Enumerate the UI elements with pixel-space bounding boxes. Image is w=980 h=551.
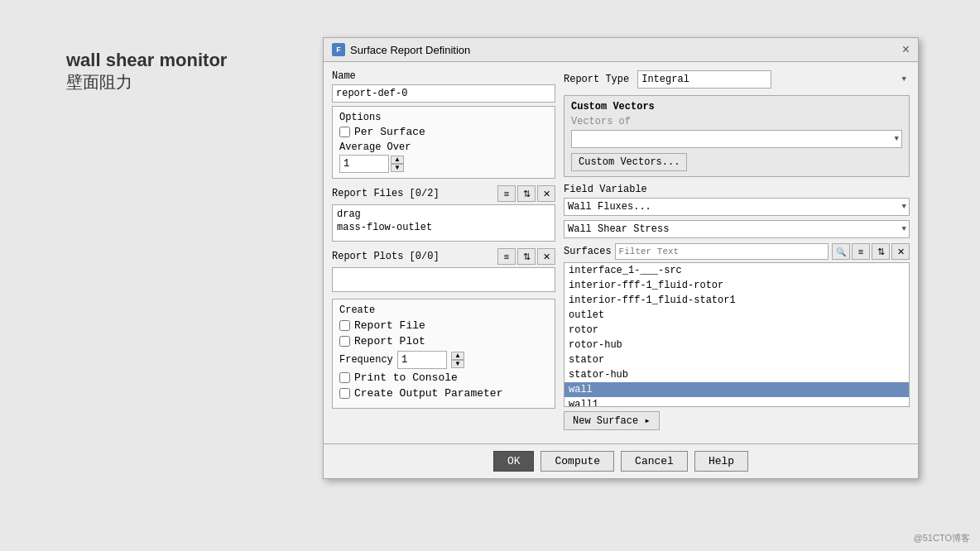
options-box: Options Per Surface Average Over ▲ ▼ xyxy=(332,106,555,179)
spinner-buttons: ▲ ▼ xyxy=(391,156,404,172)
watermark: @51CTO博客 xyxy=(914,532,970,544)
surface-report-dialog: F Surface Report Definition × Name Optio… xyxy=(323,37,919,479)
freq-spinner-up[interactable]: ▲ xyxy=(451,352,464,360)
report-type-wrapper: Integral Area-Weighted Average Sum Mass-… xyxy=(637,70,910,89)
surface-item[interactable]: interface_1-___-src xyxy=(564,263,909,278)
freq-spinner-buttons: ▲ ▼ xyxy=(451,352,464,368)
create-label: Create xyxy=(339,304,548,316)
compute-button[interactable]: Compute xyxy=(540,451,614,472)
surfaces-list-btn[interactable]: ≡ xyxy=(852,243,870,260)
surface-item[interactable]: interior-fff-1_fluid-stator1 xyxy=(564,293,909,308)
vectors-of-label: Vectors of xyxy=(571,116,902,127)
surface-item[interactable]: interior-fff-1_fluid-rotor xyxy=(564,278,909,293)
titlebar-left: F Surface Report Definition xyxy=(332,43,470,56)
per-surface-checkbox[interactable] xyxy=(339,127,350,137)
report-plots-delete-btn[interactable]: ✕ xyxy=(537,248,555,265)
spinner-up[interactable]: ▲ xyxy=(391,156,404,164)
surface-item[interactable]: stator-hub xyxy=(564,367,909,382)
print-to-console-label: Print to Console xyxy=(354,371,458,384)
dialog-title: Surface Report Definition xyxy=(350,44,470,56)
page-title: wall shear monitor xyxy=(66,50,227,71)
name-label: Name xyxy=(332,70,555,82)
right-panel: Report Type Integral Area-Weighted Avera… xyxy=(564,70,910,435)
surfaces-list: interface_1-___-src interior-fff-1_fluid… xyxy=(564,262,910,407)
field-variable-1-wrapper: Wall Fluxes... xyxy=(564,198,910,216)
surfaces-delete-btn[interactable]: ✕ xyxy=(891,243,910,260)
report-plots-toolbar: ≡ ⇅ ✕ xyxy=(497,248,555,265)
field-variable-section: Field Variable Wall Fluxes... Wall Shear… xyxy=(564,184,910,238)
report-type-select[interactable]: Integral Area-Weighted Average Sum Mass-… xyxy=(637,70,771,89)
average-over-spinner: ▲ ▼ xyxy=(339,155,548,173)
report-plot-checkbox[interactable] xyxy=(339,336,350,347)
report-files-label: Report Files [0/2] xyxy=(332,188,440,199)
surfaces-label: Surfaces xyxy=(564,246,612,257)
per-surface-label: Per Surface xyxy=(354,126,425,138)
dialog-footer: OK Compute Cancel Help xyxy=(324,443,918,478)
list-item[interactable]: mass-flow-outlet xyxy=(335,221,552,234)
surface-item[interactable]: rotor-hub xyxy=(564,338,909,352)
custom-vectors-section: Custom Vectors Vectors of Custom Vectors… xyxy=(564,95,910,177)
surface-item[interactable]: rotor xyxy=(564,323,909,338)
left-panel: Name Options Per Surface Average Over ▲ … xyxy=(332,70,555,435)
report-files-toolbar: ≡ ⇅ ✕ xyxy=(497,185,555,202)
report-plots-header: Report Plots [0/0] ≡ ⇅ ✕ xyxy=(332,248,555,265)
options-label: Options xyxy=(339,112,548,123)
report-files-sort-btn[interactable]: ⇅ xyxy=(517,185,536,202)
surfaces-header: Surfaces 🔍 ≡ ⇅ ✕ xyxy=(564,243,910,260)
report-plots-sort-btn[interactable]: ⇅ xyxy=(517,248,536,265)
vectors-of-select[interactable] xyxy=(571,130,902,148)
frequency-row: Frequency ▲ ▼ xyxy=(339,351,548,369)
create-box: Create Report File Report Plot Frequency… xyxy=(332,299,555,409)
dialog-icon: F xyxy=(332,43,345,56)
vectors-of-row xyxy=(571,130,902,148)
help-button[interactable]: Help xyxy=(694,451,748,472)
field-variable-2-select[interactable]: Wall Shear Stress xyxy=(564,220,910,238)
ok-button[interactable]: OK xyxy=(493,451,535,472)
frequency-input[interactable] xyxy=(397,351,447,369)
surfaces-toolbar: 🔍 ≡ ⇅ ✕ xyxy=(832,243,910,260)
create-output-checkbox[interactable] xyxy=(339,388,350,399)
report-type-label: Report Type xyxy=(564,74,629,85)
dialog-titlebar: F Surface Report Definition × xyxy=(324,38,918,62)
surfaces-sort-btn[interactable]: ⇅ xyxy=(872,243,890,260)
report-files-list-btn[interactable]: ≡ xyxy=(497,185,516,202)
report-plots-list xyxy=(332,267,555,292)
report-plots-list-btn[interactable]: ≡ xyxy=(497,248,516,265)
surface-item[interactable]: outlet xyxy=(564,308,909,323)
frequency-label: Frequency xyxy=(339,354,393,366)
create-output-label: Create Output Parameter xyxy=(354,387,502,400)
spinner-down[interactable]: ▼ xyxy=(391,164,404,172)
surface-item[interactable]: stator xyxy=(564,352,909,367)
per-surface-row: Per Surface xyxy=(339,126,548,138)
surfaces-filter-input[interactable] xyxy=(615,243,829,260)
freq-spinner-down[interactable]: ▼ xyxy=(451,360,464,368)
field-variable-1-select[interactable]: Wall Fluxes... xyxy=(564,198,910,216)
new-surface-button[interactable]: New Surface ▸ xyxy=(564,411,660,430)
report-file-checkbox[interactable] xyxy=(339,320,350,331)
print-to-console-checkbox[interactable] xyxy=(339,372,350,383)
print-to-console-row: Print to Console xyxy=(339,371,548,384)
create-output-row: Create Output Parameter xyxy=(339,387,548,400)
surfaces-section: Surfaces 🔍 ≡ ⇅ ✕ interface_1-___-src int… xyxy=(564,243,910,430)
average-over-label: Average Over xyxy=(339,141,548,153)
report-files-list: drag mass-flow-outlet xyxy=(332,204,555,242)
report-file-row: Report File xyxy=(339,319,548,332)
close-button[interactable]: × xyxy=(902,43,910,56)
report-files-delete-btn[interactable]: ✕ xyxy=(537,185,555,202)
page-subtitle: 壁面阻力 xyxy=(66,71,227,93)
custom-vectors-button[interactable]: Custom Vectors... xyxy=(571,153,687,171)
report-file-label: Report File xyxy=(354,319,425,332)
surfaces-search-btn[interactable]: 🔍 xyxy=(832,243,850,260)
report-type-row: Report Type Integral Area-Weighted Avera… xyxy=(564,70,910,89)
surface-item-wall[interactable]: wall xyxy=(564,382,909,397)
field-variable-2-wrapper: Wall Shear Stress xyxy=(564,220,910,238)
report-plots-label: Report Plots [0/0] xyxy=(332,251,440,262)
report-plot-label: Report Plot xyxy=(354,335,425,347)
surface-item[interactable]: wall1 xyxy=(564,397,909,407)
name-input[interactable] xyxy=(332,84,555,103)
report-files-header: Report Files [0/2] ≡ ⇅ ✕ xyxy=(332,185,555,202)
average-over-input[interactable] xyxy=(339,155,389,173)
cancel-button[interactable]: Cancel xyxy=(621,451,688,472)
list-item[interactable]: drag xyxy=(335,208,552,221)
vectors-of-wrapper xyxy=(571,130,902,148)
